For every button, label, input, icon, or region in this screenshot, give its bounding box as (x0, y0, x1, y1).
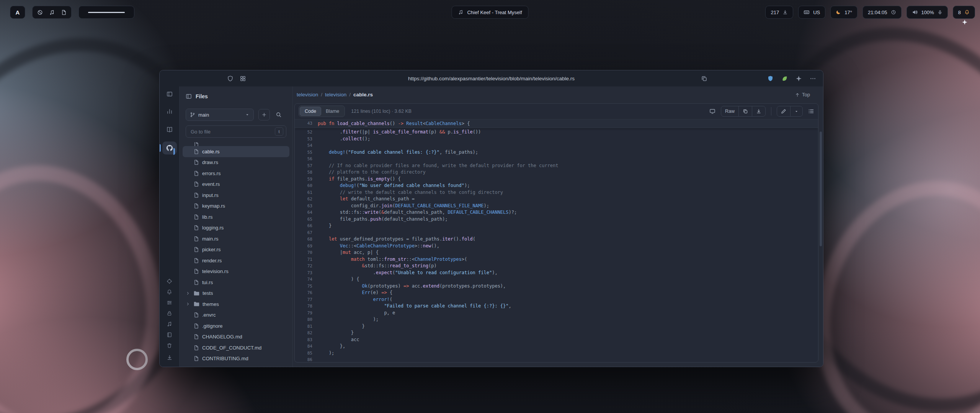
music-note-icon[interactable] (167, 321, 172, 327)
line-number[interactable]: 78 (295, 303, 318, 310)
line-number[interactable]: 54 (295, 142, 318, 149)
tree-file[interactable]: CODE_OF_CONDUCT.md (183, 342, 289, 353)
notifications-module[interactable]: 8 (953, 6, 975, 19)
add-file-button[interactable] (258, 109, 270, 120)
line-number[interactable]: 71 (295, 256, 318, 263)
download-icon[interactable] (167, 354, 173, 361)
tree-file[interactable]: CHANGELOG.md (183, 332, 289, 343)
line-number[interactable]: 79 (295, 310, 318, 317)
bell-icon[interactable] (167, 289, 172, 295)
line-number[interactable]: 64 (295, 209, 318, 216)
copy-pages-icon[interactable] (701, 75, 707, 82)
ellipsis-icon[interactable] (810, 75, 816, 82)
code-tab[interactable]: Code (300, 107, 321, 116)
tree-file[interactable]: cable.rs (183, 146, 289, 157)
sparkle-icon[interactable] (795, 75, 802, 82)
audio-module[interactable]: 100% (906, 6, 948, 19)
system-tray[interactable] (32, 6, 72, 19)
line-number[interactable]: 76 (295, 289, 318, 296)
line-number[interactable]: 86 (295, 356, 318, 363)
line-number[interactable]: 80 (295, 316, 318, 323)
line-number[interactable]: 83 (295, 337, 318, 343)
tree-file[interactable]: input.rs (183, 190, 289, 201)
shield-icon[interactable] (227, 75, 234, 82)
sidebar-toggle-icon[interactable] (186, 93, 192, 99)
tree-file[interactable] (183, 364, 289, 367)
line-number[interactable]: 68 (295, 236, 318, 243)
tree-folder[interactable]: themes (183, 299, 289, 310)
line-number[interactable]: 74 (295, 276, 318, 283)
copy-raw-button[interactable] (739, 106, 752, 116)
line-number[interactable]: 73 (295, 270, 318, 276)
window-title-pill[interactable] (78, 6, 134, 19)
now-playing-pill[interactable]: Chief Keef - Treat Myself (451, 6, 528, 19)
extension-green-icon[interactable] (781, 75, 788, 82)
line-number[interactable]: 77 (295, 296, 318, 303)
tree-file[interactable]: event.rs (183, 179, 289, 190)
line-number[interactable]: 81 (295, 323, 318, 330)
blame-tab[interactable]: Blame (321, 107, 344, 116)
browser-tab[interactable] (162, 123, 177, 136)
tree-file[interactable]: errors.rs (183, 168, 289, 179)
line-number[interactable]: 43 (295, 119, 318, 128)
tree-file[interactable]: draw.rs (183, 157, 289, 168)
tree-file[interactable]: television.rs (183, 266, 289, 277)
download-raw-button[interactable] (752, 106, 765, 116)
breadcrumb-repo-link[interactable]: television (297, 92, 318, 98)
line-number[interactable]: 60 (295, 182, 318, 189)
keyboard-layout-module[interactable]: US (798, 6, 825, 19)
file-icon[interactable] (61, 10, 67, 15)
line-number[interactable]: 69 (295, 243, 318, 250)
line-number[interactable]: 52 (295, 129, 318, 136)
tree-file[interactable]: main.rs (183, 233, 289, 244)
grid-icon[interactable] (240, 75, 246, 82)
tree-file[interactable]: keymap.rs (183, 201, 289, 212)
branch-selector[interactable]: main (186, 109, 254, 121)
line-number[interactable]: 67 (295, 229, 318, 236)
tree-file[interactable]: CONTRIBUTING.md (183, 353, 289, 364)
journal-icon[interactable] (167, 332, 172, 338)
monitor-icon[interactable] (709, 108, 715, 114)
lock-icon[interactable] (167, 311, 172, 316)
line-number[interactable]: 63 (295, 203, 318, 210)
tree-folder[interactable]: tests (183, 288, 289, 299)
edit-file-button[interactable] (777, 106, 791, 116)
line-number[interactable]: 85 (295, 350, 318, 357)
tree-file[interactable]: logging.rs (183, 223, 289, 234)
line-number[interactable]: 59 (295, 176, 318, 183)
tree-file[interactable]: render.rs (183, 255, 289, 266)
tree-file[interactable]: .gitignore (183, 320, 289, 332)
tree-file[interactable] (183, 142, 289, 146)
launcher-button[interactable]: A (10, 6, 25, 19)
sliders-icon[interactable] (167, 300, 172, 306)
slash-circle-icon[interactable] (37, 10, 43, 15)
line-number[interactable]: 62 (295, 196, 318, 203)
tree-file[interactable]: .envrc (183, 310, 289, 321)
line-number[interactable]: 65 (295, 216, 318, 223)
music-note-icon[interactable] (49, 10, 55, 15)
line-number[interactable]: 72 (295, 263, 318, 270)
line-number[interactable]: 75 (295, 283, 318, 290)
line-number[interactable]: 61 (295, 189, 318, 196)
panel-left-icon[interactable] (167, 91, 173, 97)
url-bar[interactable]: https://github.com/alexpasmantier/televi… (408, 70, 575, 86)
page-scrollbar[interactable] (820, 132, 822, 246)
weather-module[interactable]: 17° (830, 6, 858, 19)
line-number[interactable]: 84 (295, 343, 318, 350)
line-number[interactable]: 58 (295, 169, 318, 176)
symbols-panel-icon[interactable] (808, 108, 814, 114)
browser-tab[interactable] (162, 105, 177, 118)
edit-dropdown-button[interactable] (791, 106, 802, 116)
line-number[interactable]: 70 (295, 249, 318, 256)
line-number[interactable]: 53 (295, 136, 318, 143)
network-module[interactable]: 217 (765, 6, 793, 19)
goto-file-input[interactable] (190, 128, 272, 135)
line-number[interactable]: 66 (295, 223, 318, 229)
tree-file[interactable]: lib.rs (183, 211, 289, 223)
line-number[interactable]: 82 (295, 330, 318, 337)
search-files-button[interactable] (274, 111, 283, 119)
tree-file[interactable]: picker.rs (183, 244, 289, 255)
line-number[interactable]: 55 (295, 149, 318, 156)
crosshair-icon[interactable] (167, 278, 172, 284)
clock-module[interactable]: 21:04:05 (862, 6, 902, 19)
